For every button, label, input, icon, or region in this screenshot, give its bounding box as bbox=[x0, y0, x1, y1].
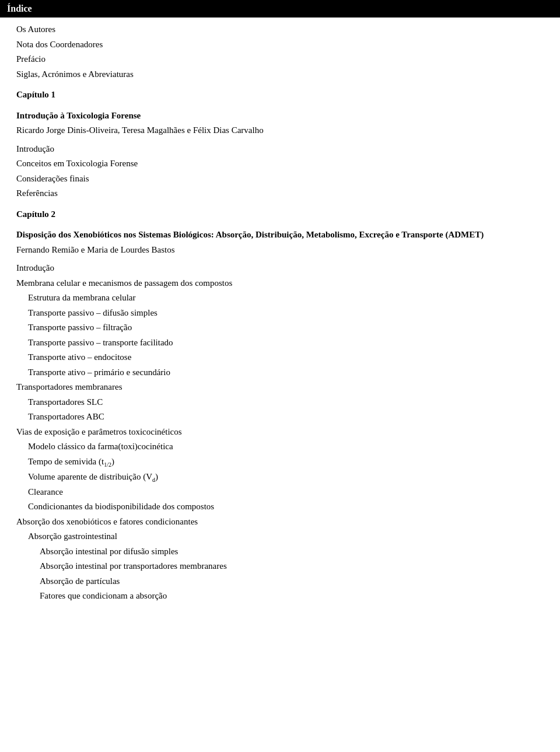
list-item: Membrana celular e mecanismos de passage… bbox=[16, 276, 544, 291]
list-item: Fernando Remião e Maria de Lourdes Basto… bbox=[16, 243, 544, 258]
section-heading: Introdução à Toxicologia Forense bbox=[16, 109, 544, 124]
list-item: Prefácio bbox=[16, 52, 544, 67]
list-item-semivida: Tempo de semivida (t1/2) bbox=[16, 454, 544, 470]
chapter-heading: Capítulo 1 bbox=[16, 88, 544, 103]
list-item: Transportadores ABC bbox=[16, 410, 544, 425]
list-item: Absorção gastrointestinal bbox=[16, 529, 544, 544]
list-item-volume: Volume aparente de distribuição (Vd) bbox=[16, 470, 544, 485]
list-item: Absorção intestinal por difusão simples bbox=[16, 544, 544, 559]
list-item: Condicionantes da biodisponibilidade dos… bbox=[16, 499, 544, 515]
list-item: Os Autores bbox=[16, 22, 544, 37]
list-item-clearance: Clearance bbox=[16, 485, 544, 500]
list-item: Fatores que condicionam a absorção bbox=[16, 589, 544, 604]
list-item: Absorção intestinal por transportadores … bbox=[16, 559, 544, 574]
list-item: Transportadores membranares bbox=[16, 380, 544, 395]
title-bar: Índice bbox=[0, 0, 560, 18]
list-item: Considerações finais bbox=[16, 172, 544, 187]
list-item: Introdução bbox=[16, 261, 544, 276]
list-item: Introdução bbox=[16, 142, 544, 157]
list-item: Ricardo Jorge Dinis-Oliveira, Teresa Mag… bbox=[16, 123, 544, 138]
list-item: Transporte ativo – endocitose bbox=[16, 350, 544, 365]
list-item: Conceitos em Toxicologia Forense bbox=[16, 156, 544, 172]
list-item: Transportadores SLC bbox=[16, 395, 544, 410]
list-item: Absorção dos xenobióticos e fatores cond… bbox=[16, 515, 544, 530]
chapter-heading: Capítulo 2 bbox=[16, 207, 544, 222]
list-item: Absorção de partículas bbox=[16, 574, 544, 589]
list-item: Vias de exposição e parâmetros toxicocin… bbox=[16, 425, 544, 440]
list-item: Transporte passivo – difusão simples bbox=[16, 306, 544, 321]
list-item: Transporte passivo – filtração bbox=[16, 320, 544, 335]
page-container: Índice Os Autores Nota dos Coordenadores… bbox=[0, 0, 560, 752]
list-item: Estrutura da membrana celular bbox=[16, 291, 544, 306]
list-item: Modelo clássico da farma(toxi)cocinética bbox=[16, 439, 544, 454]
page-title: Índice bbox=[7, 4, 32, 13]
list-item: Referências bbox=[16, 186, 544, 201]
list-item: Nota dos Coordenadores bbox=[16, 37, 544, 53]
list-item: Transporte ativo – primário e secundário bbox=[16, 365, 544, 380]
section-heading: Disposição dos Xenobióticos nos Sistemas… bbox=[16, 228, 544, 243]
toc-content: Os Autores Nota dos Coordenadores Prefác… bbox=[0, 18, 560, 615]
list-item: Siglas, Acrónimos e Abreviaturas bbox=[16, 67, 544, 82]
list-item: Transporte passivo – transporte facilita… bbox=[16, 335, 544, 351]
